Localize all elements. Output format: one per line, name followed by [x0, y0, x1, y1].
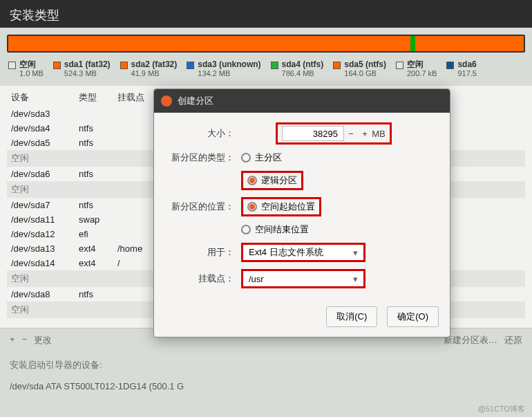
remove-partition-button[interactable]: − [22, 334, 28, 346]
size-field-group: 38295 − + MB [276, 122, 392, 145]
size-minus-button[interactable]: − [344, 129, 358, 139]
radio-begin-label: 空间起始位置 [261, 201, 315, 213]
legend-item[interactable]: sda4 (ntfs)786.4 MB [271, 59, 324, 79]
legend-swatch [271, 62, 278, 69]
cancel-button[interactable]: 取消(C) [326, 306, 377, 327]
legend-item[interactable]: 空闲200.7 kB [396, 59, 437, 79]
legend-swatch [53, 62, 61, 69]
chevron-down-icon: ▾ [348, 274, 363, 284]
create-partition-dialog: 创建分区 大小： 38295 − + MB 新分区的类型： 主分区 逻辑分区 [153, 89, 450, 337]
size-unit: MB [372, 129, 386, 139]
size-plus-button[interactable]: + [358, 129, 372, 139]
window-title-bar: 安装类型 [0, 0, 532, 28]
radio-primary[interactable] [241, 153, 251, 163]
legend-swatch [187, 62, 194, 69]
use-as-label: 用于： [165, 246, 241, 259]
watermark: @51CTO博客 [478, 404, 525, 414]
legend-swatch [396, 62, 403, 69]
size-input[interactable]: 38295 [282, 126, 344, 141]
radio-begin[interactable] [247, 202, 257, 212]
legend-item[interactable]: sda2 (fat32)41.9 MB [120, 59, 178, 79]
partition-legend: 空闲1.0 MBsda1 (fat32)524.3 MBsda2 (fat32)… [0, 55, 532, 86]
change-button[interactable]: 更改 [34, 334, 52, 346]
filesystem-dropdown[interactable]: Ext4 日志文件系统 ▾ [241, 243, 365, 262]
add-partition-button[interactable]: + [10, 334, 15, 346]
location-label: 新分区的位置： [165, 201, 241, 213]
bootloader-label: 安装启动引导器的设备: [0, 352, 532, 378]
mount-point-label: 挂载点： [165, 272, 241, 285]
legend-item[interactable]: 空闲1.0 MB [8, 59, 44, 79]
radio-primary-label: 主分区 [255, 151, 282, 164]
legend-swatch [333, 62, 341, 69]
dialog-title: 创建分区 [178, 95, 213, 107]
radio-logical[interactable] [247, 176, 257, 185]
legend-item[interactable]: sda1 (fat32)524.3 MB [53, 59, 111, 79]
ok-button[interactable]: 确定(O) [387, 306, 439, 327]
radio-begin-highlight: 空间起始位置 [241, 197, 321, 216]
radio-logical-label: 逻辑分区 [261, 174, 297, 187]
close-icon[interactable] [161, 95, 172, 106]
legend-item[interactable]: sda6917.5 [446, 59, 477, 79]
window-title: 安装类型 [10, 8, 59, 22]
legend-item[interactable]: sda3 (unknown)134.2 MB [187, 59, 260, 79]
size-label: 大小： [165, 127, 241, 140]
disk-usage-bar[interactable] [7, 35, 525, 53]
legend-swatch [120, 62, 128, 69]
type-label: 新分区的类型： [165, 151, 241, 164]
legend-swatch [8, 62, 16, 69]
disk-usage-bar-container [0, 28, 532, 55]
dialog-title-bar: 创建分区 [154, 89, 450, 113]
radio-end[interactable] [241, 225, 251, 234]
radio-logical-highlight: 逻辑分区 [241, 171, 303, 190]
bootloader-device[interactable]: /dev/sda ATA ST500LT012-1DG14 (500.1 G [0, 378, 532, 401]
new-partition-table-button[interactable]: 新建分区表… [444, 334, 497, 346]
radio-end-label: 空间结束位置 [255, 223, 309, 236]
chevron-down-icon: ▾ [348, 248, 363, 258]
legend-swatch [446, 62, 454, 69]
revert-button[interactable]: 还原 [504, 334, 522, 346]
mount-point-dropdown[interactable]: /usr ▾ [241, 269, 365, 288]
legend-item[interactable]: sda5 (ntfs)164.0 GB [333, 59, 386, 79]
